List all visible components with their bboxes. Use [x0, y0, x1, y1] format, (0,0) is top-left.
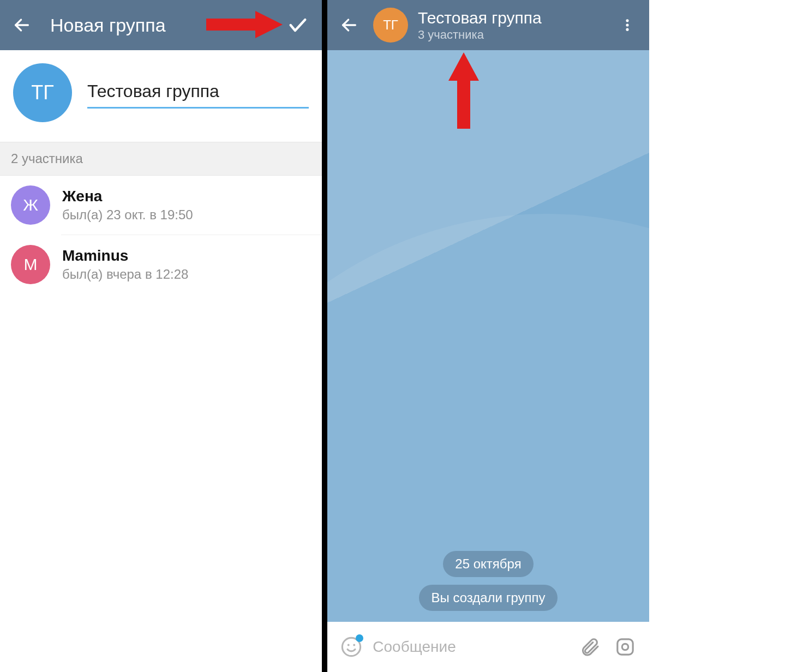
arrow-left-icon	[13, 16, 31, 34]
member-row[interactable]: Ж Жена был(а) 23 окт. в 19:50	[0, 176, 322, 235]
chat-header-meta[interactable]: Тестовая группа 3 участника	[418, 9, 614, 42]
chat-header-avatar[interactable]: ТГ	[373, 8, 408, 43]
message-input[interactable]	[373, 638, 568, 656]
group-name-section: ТГ	[0, 50, 322, 142]
group-name-input[interactable]	[87, 77, 309, 109]
chat-title: Тестовая группа	[418, 9, 614, 27]
member-status: был(а) вчера в 12:28	[62, 267, 188, 282]
service-message: Вы создали группу	[419, 585, 557, 611]
group-avatar[interactable]: ТГ	[13, 63, 72, 122]
system-messages: 25 октября Вы создали группу	[327, 551, 649, 611]
svg-point-7	[353, 644, 355, 646]
member-avatar: Ж	[11, 185, 50, 225]
members-count-header: 2 участника	[0, 142, 322, 176]
back-button[interactable]	[9, 12, 35, 38]
message-composer	[327, 622, 649, 672]
member-name: Жена	[62, 188, 193, 205]
member-avatar-initial: Ж	[23, 196, 38, 214]
svg-marker-11	[448, 52, 479, 129]
screens-divider	[322, 0, 327, 672]
attach-button[interactable]	[576, 633, 603, 661]
annotation-arrow-up	[447, 52, 480, 129]
emoji-button[interactable]	[337, 633, 365, 661]
member-avatar: М	[11, 245, 50, 284]
svg-marker-10	[206, 11, 283, 38]
voice-video-button[interactable]	[612, 633, 639, 661]
chat-subtitle: 3 участника	[418, 28, 614, 42]
group-avatar-initials: ТГ	[31, 81, 53, 104]
camera-record-icon	[614, 636, 636, 658]
confirm-button[interactable]	[285, 12, 311, 38]
member-row[interactable]: М Maminus был(а) вчера в 12:28	[0, 235, 322, 294]
arrow-left-icon	[340, 16, 358, 34]
more-vertical-icon	[620, 17, 635, 33]
paperclip-icon	[579, 636, 601, 658]
chat-background: 25 октября Вы создали группу	[327, 50, 649, 622]
check-icon	[287, 14, 309, 36]
chat-header-avatar-initials: ТГ	[383, 17, 398, 33]
group-chat-screen: ТГ Тестовая группа 3 участника 25 октябр…	[327, 0, 649, 672]
svg-rect-8	[618, 639, 633, 655]
svg-point-2	[626, 19, 628, 22]
annotation-arrow-right	[206, 10, 283, 39]
date-pill: 25 октября	[443, 551, 533, 577]
more-button[interactable]	[614, 12, 640, 38]
new-group-screen: Новая группа ТГ 2 участника Ж Жена был(а…	[0, 0, 322, 672]
svg-point-3	[626, 23, 628, 26]
blank-area	[649, 0, 791, 672]
svg-point-4	[626, 28, 628, 31]
member-avatar-initial: М	[24, 255, 38, 274]
member-status: был(а) 23 окт. в 19:50	[62, 207, 193, 223]
member-name: Maminus	[62, 247, 188, 265]
svg-point-9	[622, 644, 628, 650]
appbar-right: ТГ Тестовая группа 3 участника	[327, 0, 649, 50]
back-button[interactable]	[336, 12, 362, 38]
svg-point-6	[347, 644, 349, 646]
